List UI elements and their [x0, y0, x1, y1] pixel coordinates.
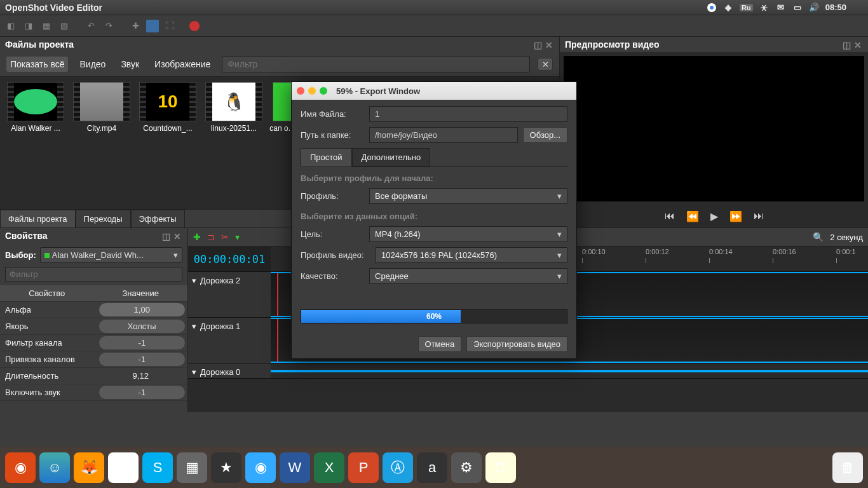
- clip-selector[interactable]: Alan Walker_David Wh... ▾: [40, 247, 182, 263]
- export-button[interactable]: Экспортировать видео: [466, 336, 567, 352]
- dock-chrome-icon[interactable]: ◉: [108, 452, 139, 483]
- ruler-tick: 0:00:1: [836, 248, 856, 255]
- property-filter-input[interactable]: [5, 267, 182, 281]
- browse-button[interactable]: Обзор...: [523, 127, 567, 143]
- playhead[interactable]: [277, 273, 278, 316]
- forward-icon[interactable]: ⏩: [729, 210, 742, 222]
- dock-firefox-icon[interactable]: 🦊: [74, 452, 104, 483]
- dock-ubuntu-icon[interactable]: ◉: [5, 452, 36, 483]
- thumb-item[interactable]: 🐧 linux-20251...: [203, 82, 264, 133]
- path-input[interactable]: [369, 127, 518, 143]
- tool-icon-2[interactable]: ◨: [22, 19, 36, 33]
- dock-notes-icon[interactable]: 🗒: [485, 452, 516, 483]
- tab-transitions[interactable]: Переходы: [76, 210, 131, 227]
- thumb-item[interactable]: City.mp4: [71, 82, 132, 133]
- maximize-window-icon[interactable]: [320, 87, 327, 95]
- prop-value[interactable]: Холсты: [99, 320, 186, 333]
- video-profile-select[interactable]: 1024x576 16:9 PAL (1024x576)▾: [376, 247, 567, 263]
- mail-icon[interactable]: ✉: [776, 3, 786, 13]
- snap-icon[interactable]: ⊐: [207, 232, 215, 242]
- dock-powerpoint-icon[interactable]: P: [348, 452, 379, 483]
- tab-video[interactable]: Видео: [76, 57, 109, 72]
- fullscreen-icon[interactable]: ⛶: [163, 19, 177, 33]
- apple-icon[interactable]: [853, 3, 863, 13]
- panel-close-icon[interactable]: ✕: [854, 40, 863, 49]
- tool-icon-3[interactable]: ▦: [39, 19, 53, 33]
- cancel-button[interactable]: Отмена: [418, 336, 462, 352]
- clear-filter-button[interactable]: ✕: [538, 58, 553, 71]
- profile-select[interactable]: Все форматы▾: [369, 188, 567, 204]
- chevron-down-icon[interactable]: ▾: [192, 276, 196, 285]
- dock-photos-icon[interactable]: ▦: [177, 452, 207, 483]
- redo-icon[interactable]: ↷: [102, 19, 116, 33]
- dock-imovie-icon[interactable]: ★: [211, 452, 241, 483]
- close-window-icon[interactable]: [297, 87, 304, 95]
- tab-project-files[interactable]: Файлы проекта: [0, 210, 76, 227]
- battery-icon[interactable]: ▭: [792, 3, 803, 13]
- panel-detach-icon[interactable]: ◫: [534, 40, 543, 49]
- volume-icon[interactable]: 🔊: [809, 3, 819, 13]
- timeline-track[interactable]: ▾Дорожка 0: [188, 363, 868, 379]
- play-icon[interactable]: ▶: [710, 210, 718, 222]
- dock-word-icon[interactable]: W: [280, 452, 310, 483]
- add-track-icon[interactable]: ✚: [193, 232, 201, 242]
- panel-detach-icon[interactable]: ◫: [843, 40, 851, 49]
- zoom-icon[interactable]: 🔍: [813, 232, 824, 242]
- rewind-icon[interactable]: ⏪: [686, 210, 699, 222]
- prop-value[interactable]: -1: [99, 336, 186, 349]
- filter-input[interactable]: [222, 56, 530, 72]
- record-button[interactable]: [189, 21, 200, 31]
- tool-icon-1[interactable]: ◧: [4, 19, 18, 33]
- panel-detach-icon[interactable]: ◫: [162, 231, 171, 240]
- prop-value[interactable]: -1: [99, 386, 186, 399]
- thumb-item[interactable]: 10 Countdown_...: [137, 82, 198, 133]
- thumb-item[interactable]: Alan Walker ...: [5, 82, 66, 133]
- chrome-icon[interactable]: [707, 3, 717, 13]
- dock-amazon-icon[interactable]: a: [417, 452, 447, 483]
- tool-move-icon[interactable]: [146, 20, 159, 32]
- prop-value[interactable]: 1,00: [99, 303, 186, 316]
- dock-excel-icon[interactable]: X: [314, 452, 344, 483]
- target-select[interactable]: MP4 (h.264)▾: [369, 226, 567, 242]
- prop-name: Длительность: [0, 368, 94, 384]
- export-dialog: 59% - Export Window Имя Файла: Путь к па…: [291, 81, 577, 359]
- dock-trash-icon[interactable]: 🗑: [832, 452, 863, 483]
- add-icon[interactable]: ✚: [128, 19, 142, 33]
- prop-value[interactable]: -1: [99, 353, 186, 366]
- playhead[interactable]: [277, 319, 278, 362]
- minimize-window-icon[interactable]: [308, 87, 316, 95]
- tool-icon-4[interactable]: ▧: [57, 19, 71, 33]
- tab-image[interactable]: Изображение: [151, 57, 214, 72]
- undo-icon[interactable]: ↶: [84, 19, 98, 33]
- chevron-down-icon: ▾: [173, 250, 178, 260]
- panel-close-icon[interactable]: ✕: [545, 40, 554, 49]
- tab-show-all[interactable]: Показать всё: [6, 57, 68, 72]
- skip-end-icon[interactable]: ⏭: [754, 210, 764, 222]
- chevron-down-icon[interactable]: ▾: [192, 367, 196, 377]
- dock-finder-icon[interactable]: ☺: [39, 452, 70, 483]
- dock-settings-icon[interactable]: ⚙: [451, 452, 482, 483]
- dock-appstore-icon[interactable]: Ⓐ: [383, 452, 413, 483]
- tab-advanced[interactable]: Дополнительно: [352, 148, 431, 166]
- dialog-titlebar[interactable]: 59% - Export Window: [292, 82, 576, 100]
- panel-close-icon[interactable]: ✕: [173, 231, 182, 240]
- thumb-label: linux-20251...: [203, 124, 264, 133]
- tab-audio[interactable]: Звук: [117, 57, 143, 72]
- wifi-icon[interactable]: ◈: [723, 3, 733, 13]
- clock[interactable]: 08:50: [825, 3, 846, 12]
- tab-simple[interactable]: Простой: [301, 148, 352, 166]
- marker-icon[interactable]: ▾: [235, 232, 240, 242]
- keyboard-lang[interactable]: Ru: [740, 4, 753, 11]
- skip-start-icon[interactable]: ⏮: [665, 210, 675, 222]
- dock: ◉ ☺ 🦊 ◉ S ▦ ★ ◉ W X P Ⓐ a ⚙ 🗒 🗑: [0, 447, 868, 488]
- prop-value[interactable]: 9,12: [94, 368, 188, 384]
- chevron-down-icon[interactable]: ▾: [192, 322, 196, 331]
- tab-effects[interactable]: Эффекты: [131, 210, 185, 227]
- filename-input[interactable]: [369, 106, 567, 122]
- dock-browser-icon[interactable]: ◉: [245, 452, 276, 483]
- bluetooth-icon[interactable]: ⚹: [759, 3, 770, 13]
- dock-skype-icon[interactable]: S: [142, 452, 173, 483]
- cut-icon[interactable]: ✂: [221, 232, 229, 242]
- ruler-tick: 0:00:14: [709, 248, 733, 255]
- quality-select[interactable]: Среднее▾: [369, 268, 567, 284]
